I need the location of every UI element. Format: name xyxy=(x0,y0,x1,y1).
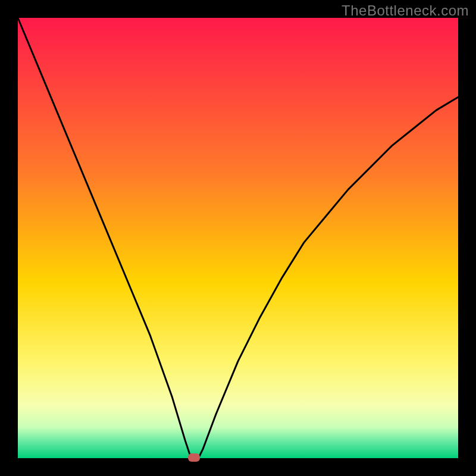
gradient-background xyxy=(18,18,458,458)
optimum-marker xyxy=(188,453,200,462)
watermark-text: TheBottleneck.com xyxy=(342,2,469,19)
chart-frame: TheBottleneck.com xyxy=(0,0,476,476)
bottleneck-chart xyxy=(0,0,476,476)
